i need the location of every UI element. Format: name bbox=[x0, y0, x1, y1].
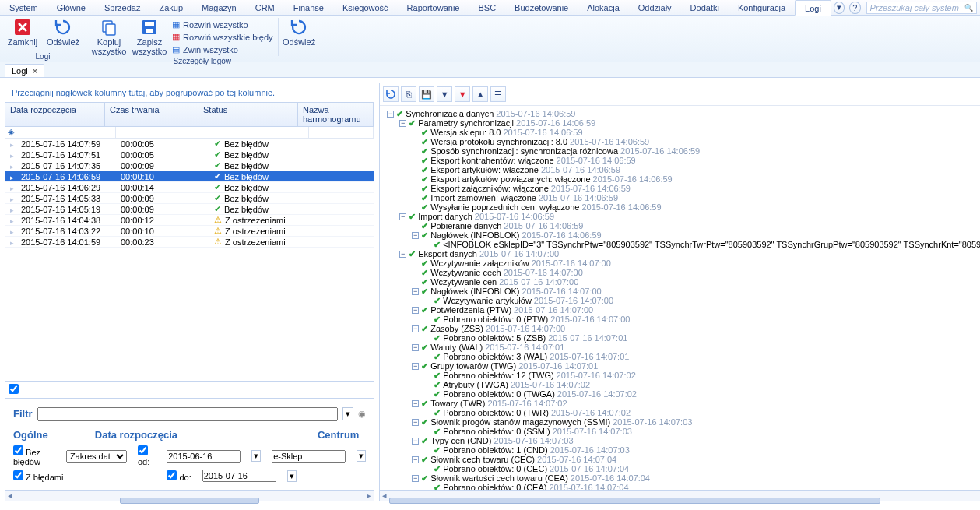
tree-node[interactable]: ✔Pobrano obiektów: 5 (ZSB) 2015-07-16 14… bbox=[380, 333, 980, 343]
menu-item-magazyn[interactable]: Magazyn bbox=[192, 0, 246, 16]
tree-node[interactable]: −✔Parametry synchronizacji 2015-07-16 14… bbox=[380, 118, 980, 128]
tree-node[interactable]: ✔Pobrano obiektów: 1 (CND) 2015-07-16 14… bbox=[380, 445, 980, 455]
refresh2-button[interactable]: Odśwież bbox=[278, 18, 314, 56]
menu-item-budżetowanie[interactable]: Budżetowanie bbox=[505, 0, 578, 16]
global-search[interactable]: Przeszukaj cały system🔍 bbox=[866, 2, 977, 14]
col-schedule-name[interactable]: Nazwa harmonogramu bbox=[298, 103, 374, 126]
tree-node[interactable]: ✔Eksport artykułów powiązanych: włączone… bbox=[380, 174, 980, 184]
filter-input[interactable] bbox=[37, 407, 339, 421]
tree-node[interactable]: ✔Pobrano obiektów: 0 (TWR) 2015-07-16 14… bbox=[380, 408, 980, 417]
filter-run-icon[interactable]: ◉ bbox=[358, 409, 366, 419]
tree-node[interactable]: −✔Zasoby (ZSB) 2015-07-16 14:07:00 bbox=[380, 324, 980, 333]
tree-node[interactable]: ✔Wczytywanie artykułów 2015-07-16 14:07:… bbox=[380, 296, 980, 305]
chevron-down-icon[interactable]: ▾ bbox=[834, 2, 845, 14]
tree-refresh-icon[interactable] bbox=[383, 86, 399, 102]
tree-node[interactable]: ✔Wczytywanie cen 2015-07-16 14:07:00 bbox=[380, 277, 980, 287]
table-row[interactable]: 2015-07-16 14:07:3500:00:09✔Bez błędów bbox=[5, 160, 374, 171]
tree-node[interactable]: ✔Pobieranie danych 2015-07-16 14:06:59 bbox=[380, 221, 980, 230]
table-row[interactable]: 2015-07-16 14:04:3800:00:12⚠Z ostrzeżeni… bbox=[5, 215, 374, 226]
tab-logs[interactable]: Logi × bbox=[5, 64, 44, 77]
col-duration[interactable]: Czas trwania bbox=[105, 103, 198, 126]
menu-item-księgowość[interactable]: Księgowość bbox=[333, 0, 398, 16]
menu-item-główne[interactable]: Główne bbox=[47, 0, 95, 16]
collapse-icon[interactable]: − bbox=[412, 438, 419, 445]
tree-node[interactable]: −✔Słownik cech towaru (CEC) 2015-07-16 1… bbox=[380, 455, 980, 464]
tree-node[interactable]: ✔Pobrano obiektów: 0 (TWGA) 2015-07-16 1… bbox=[380, 389, 980, 399]
tree-node[interactable]: ✔Atrybuty (TWGA) 2015-07-16 14:07:02 bbox=[380, 380, 980, 389]
table-row[interactable]: 2015-07-16 14:05:3300:00:09✔Bez błędów bbox=[5, 193, 374, 204]
collapse-icon[interactable]: − bbox=[412, 307, 419, 314]
tree-node[interactable]: ✔Wysyłanie poprzednich cen: wyłączone 20… bbox=[380, 202, 980, 212]
tree-node[interactable]: ✔Sposób synchronizacji: synchronizacja r… bbox=[380, 146, 980, 156]
collapse-icon[interactable]: − bbox=[399, 120, 406, 127]
left-hscroll[interactable]: ◂▸ bbox=[5, 490, 374, 501]
copy-all-button[interactable]: Kopiuj wszystko bbox=[91, 18, 127, 56]
date-from-input[interactable] bbox=[167, 450, 241, 463]
tree-node[interactable]: −✔Eksport danych 2015-07-16 14:07:00 bbox=[380, 249, 980, 259]
table-row[interactable]: 2015-07-16 14:01:5900:00:23⚠Z ostrzeżeni… bbox=[5, 237, 374, 248]
tree-node[interactable]: −✔Słownik wartości cech towaru (CEA) 201… bbox=[380, 473, 980, 483]
menu-item-oddziały[interactable]: Oddziały bbox=[629, 0, 681, 16]
tree-node[interactable]: ✔Pobrano obiektów: 0 (PTW) 2015-07-16 14… bbox=[380, 315, 980, 324]
tree-node[interactable]: ✔Pobrano obiektów: 0 (SSMI) 2015-07-16 1… bbox=[380, 427, 980, 436]
from-dd[interactable]: ▾ bbox=[251, 450, 261, 462]
menu-item-system[interactable]: System bbox=[0, 0, 47, 16]
expand-all-button[interactable]: ▦ Rozwiń wszystko bbox=[172, 19, 273, 30]
search-icon[interactable]: 🔍 bbox=[964, 4, 973, 12]
collapse-all-button[interactable]: ▤ Zwiń wszystko bbox=[172, 44, 273, 55]
save-all-button[interactable]: Zapisz wszystko bbox=[132, 18, 167, 56]
tree-node[interactable]: ✔Wczytywanie załączników 2015-07-16 14:0… bbox=[380, 259, 980, 268]
tree-node[interactable]: ✔Eksport załączników: włączone 2015-07-1… bbox=[380, 184, 980, 193]
tree-node[interactable]: −✔Import danych 2015-07-16 14:06:59 bbox=[380, 212, 980, 221]
menu-item-crm[interactable]: CRM bbox=[246, 0, 284, 16]
collapse-icon[interactable]: − bbox=[412, 288, 419, 295]
to-dd[interactable]: ▾ bbox=[287, 470, 297, 482]
filter-from[interactable]: od: bbox=[138, 445, 156, 466]
tree-node[interactable]: −✔Towary (TWR) 2015-07-16 14:07:02 bbox=[380, 399, 980, 408]
tree-node[interactable]: ✔Wczytywanie cech 2015-07-16 14:07:00 bbox=[380, 268, 980, 277]
tree-node[interactable]: ✔Import zamówień: włączone 2015-07-16 14… bbox=[380, 193, 980, 202]
tree-node[interactable]: −✔Synchronizacja danych 2015-07-16 14:06… bbox=[380, 109, 980, 118]
menu-item-konfiguracja[interactable]: Konfiguracja bbox=[729, 0, 795, 16]
chk-with-errors[interactable] bbox=[13, 470, 23, 480]
table-row[interactable]: 2015-07-16 14:03:2200:00:10⚠Z ostrzeżeni… bbox=[5, 226, 374, 237]
col-status[interactable]: Status bbox=[198, 103, 298, 126]
tree-node[interactable]: ✔Wersja protokołu synchronizacji: 8.0 20… bbox=[380, 137, 980, 146]
grid-footer-check[interactable] bbox=[9, 384, 19, 394]
tree-list-icon[interactable]: ☰ bbox=[490, 86, 506, 102]
collapse-icon[interactable]: − bbox=[412, 325, 419, 332]
tree-node[interactable]: −✔Nagłówek (INFOBLOK) 2015-07-16 14:06:5… bbox=[380, 230, 980, 240]
right-hscroll[interactable]: ◂▸ bbox=[380, 490, 980, 501]
refresh-button[interactable]: Odśwież bbox=[45, 18, 81, 47]
tree-save-icon[interactable]: 💾 bbox=[419, 86, 434, 102]
chk-from[interactable] bbox=[138, 445, 148, 455]
collapse-icon[interactable]: − bbox=[412, 363, 419, 370]
tree-node[interactable]: ✔Pobrano obiektów: 0 (CEC) 2015-07-16 14… bbox=[380, 464, 980, 473]
date-to-input[interactable] bbox=[202, 470, 276, 482]
tree-copy-icon[interactable]: ⎘ bbox=[401, 86, 416, 102]
tree[interactable]: −✔Synchronizacja danych 2015-07-16 14:06… bbox=[380, 106, 980, 490]
tree-node[interactable]: ✔Pobrano obiektów: 0 (CEA) 2015-07-16 14… bbox=[380, 483, 980, 490]
table-row[interactable]: 2015-07-16 14:06:2900:00:14✔Bez błędów bbox=[5, 182, 374, 193]
collapse-icon[interactable]: − bbox=[399, 251, 406, 258]
menu-item-bsc[interactable]: BSC bbox=[469, 0, 505, 16]
grid-filter-row[interactable]: ◈ bbox=[5, 127, 374, 139]
date-range-select[interactable]: Zakres dat bbox=[66, 450, 127, 463]
filter-with-errors[interactable]: Z błędami bbox=[13, 470, 63, 482]
collapse-icon[interactable]: − bbox=[387, 111, 394, 118]
collapse-icon[interactable]: − bbox=[412, 400, 419, 407]
filter-to[interactable]: do: bbox=[167, 470, 191, 482]
menu-item-dodatki[interactable]: Dodatki bbox=[681, 0, 729, 16]
collapse-icon[interactable]: − bbox=[399, 213, 406, 220]
tree-node[interactable]: −✔Nagłówek (INFOBLOK) 2015-07-16 14:07:0… bbox=[380, 287, 980, 296]
center-input[interactable] bbox=[272, 450, 346, 463]
collapse-icon[interactable]: − bbox=[412, 456, 419, 463]
col-start-date[interactable]: Data rozpoczęcia bbox=[5, 103, 105, 126]
tree-node[interactable]: −✔Grupy towarów (TWG) 2015-07-16 14:07:0… bbox=[380, 361, 980, 371]
tree-expand-icon[interactable]: ▼ bbox=[437, 86, 452, 102]
group-hint[interactable]: Przeciągnij nagłówek kolumny tutaj, aby … bbox=[5, 83, 374, 102]
tree-node[interactable]: −✔Potwierdzenia (PTW) 2015-07-16 14:07:0… bbox=[380, 305, 980, 315]
menu-item-raportowanie[interactable]: Raportowanie bbox=[398, 0, 469, 16]
table-row[interactable]: 2015-07-16 14:07:5900:00:05✔Bez błędów bbox=[5, 139, 374, 149]
center-dd[interactable]: ▾ bbox=[357, 450, 366, 462]
